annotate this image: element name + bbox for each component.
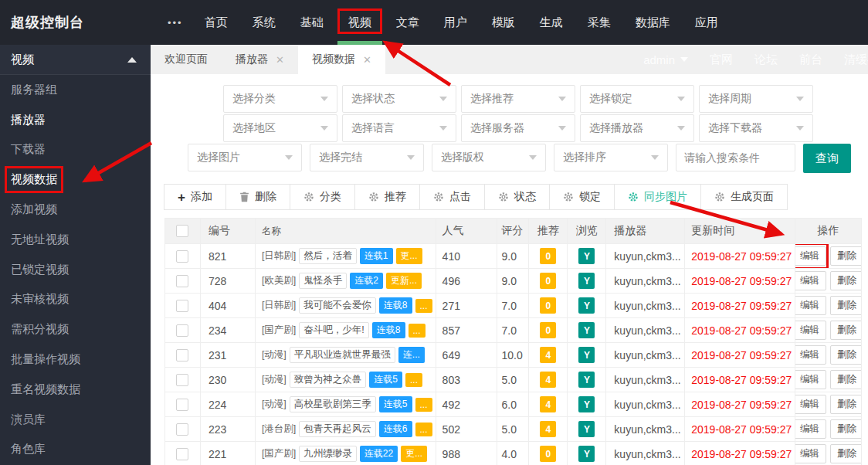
search-input[interactable] [676, 144, 795, 171]
sidebar-item-服务器组[interactable]: 服务器组 [0, 75, 151, 105]
toolbar-button-同步图片[interactable]: 同步图片 [614, 184, 701, 210]
tab-欢迎页面[interactable]: 欢迎页面 [151, 45, 222, 74]
sidebar-item-演员库[interactable]: 演员库 [0, 405, 151, 435]
nav-item-首页[interactable]: 首页 [192, 0, 240, 45]
score-value: 10.0 [497, 343, 530, 367]
edit-button[interactable]: 编辑 [795, 246, 826, 266]
edit-button[interactable]: 编辑 [795, 444, 826, 463]
filter-select-选择分类[interactable]: 选择分类 [223, 85, 337, 113]
filter-select-选择状态[interactable]: 选择状态 [342, 85, 456, 113]
edit-button[interactable]: 编辑 [795, 395, 826, 414]
score-value: 9.0 [497, 269, 530, 293]
sidebar-item-视频数据[interactable]: 视频数据 [0, 165, 151, 195]
table-row: 231[动漫]平凡职业造就世界最强连...64910.04Ykuyun,ckm3… [165, 343, 862, 368]
edit-button[interactable]: 编辑 [795, 419, 826, 439]
row-checkbox[interactable] [176, 250, 188, 263]
toolbar-button-锁定[interactable]: 锁定 [549, 184, 615, 210]
delete-button[interactable]: 删除 [830, 370, 862, 389]
row-checkbox[interactable] [176, 423, 188, 436]
edit-button[interactable]: 编辑 [795, 345, 826, 365]
delete-button[interactable]: 删除 [830, 345, 862, 365]
sidebar-group-video[interactable]: 视频 [0, 45, 151, 75]
row-checkbox[interactable] [176, 448, 188, 460]
user-link-前台[interactable]: 前台 [799, 53, 822, 67]
delete-button[interactable]: 删除 [830, 321, 862, 340]
serial-badge: 连载22 [360, 446, 398, 462]
nav-item-视频[interactable]: 视频 [336, 0, 384, 45]
video-category: [动漫] [262, 348, 287, 361]
filter-select-选择地区[interactable]: 选择地区 [223, 114, 337, 142]
nav-item-生成[interactable]: 生成 [527, 0, 575, 45]
delete-button[interactable]: 删除 [830, 271, 862, 290]
delete-button[interactable]: 删除 [830, 395, 862, 414]
close-icon[interactable]: ✕ [276, 54, 284, 66]
filter-select-选择锁定[interactable]: 选择锁定 [580, 85, 694, 113]
nav-item-基础[interactable]: 基础 [288, 0, 336, 45]
toolbar-button-删除[interactable]: 删除 [225, 184, 290, 210]
filter-select-选择播放器[interactable]: 选择播放器 [580, 114, 694, 142]
user-link-论坛[interactable]: 论坛 [754, 53, 778, 67]
sidebar-item-无地址视频[interactable]: 无地址视频 [0, 225, 151, 255]
sidebar-item-需积分视频[interactable]: 需积分视频 [0, 314, 151, 345]
tab-视频数据[interactable]: 视频数据✕ [298, 45, 385, 74]
row-checkbox[interactable] [176, 300, 188, 312]
toolbar-button-状态[interactable]: 状态 [484, 184, 550, 210]
edit-button[interactable]: 编辑 [795, 321, 826, 340]
filter-select-选择服务器[interactable]: 选择服务器 [461, 114, 575, 142]
filter-select-选择语言[interactable]: 选择语言 [342, 114, 456, 142]
filter-select-选择推荐[interactable]: 选择推荐 [461, 85, 575, 113]
toolbar-button-分类[interactable]: 分类 [290, 184, 355, 210]
more-menu-icon[interactable]: ••• [168, 17, 183, 29]
nav-item-数据库[interactable]: 数据库 [623, 0, 683, 45]
sidebar-item-角色库[interactable]: 角色库 [0, 435, 151, 465]
close-icon[interactable]: ✕ [363, 54, 371, 66]
recommend-cell: 0 [529, 269, 568, 293]
sidebar-item-添加视频[interactable]: 添加视频 [0, 195, 151, 225]
filter-select-选择图片[interactable]: 选择图片 [188, 144, 302, 171]
sidebar-item-重名视频数据[interactable]: 重名视频数据 [0, 375, 151, 405]
edit-button[interactable]: 编辑 [795, 370, 826, 389]
video-id: 728 [201, 269, 256, 293]
nav-item-采集[interactable]: 采集 [575, 0, 623, 45]
nav-item-模版[interactable]: 模版 [480, 0, 527, 45]
row-checkbox[interactable] [176, 324, 188, 337]
user-link-官网[interactable]: 官网 [710, 53, 733, 67]
sidebar-item-已锁定视频[interactable]: 已锁定视频 [0, 255, 151, 285]
delete-button[interactable]: 删除 [830, 419, 862, 439]
filter-select-选择排序[interactable]: 选择排序 [554, 144, 668, 171]
delete-button[interactable]: 删除 [830, 296, 862, 315]
user-menu[interactable]: admin [643, 53, 688, 66]
row-checkbox[interactable] [176, 399, 188, 411]
nav-item-系统[interactable]: 系统 [240, 0, 288, 45]
sidebar-item-播放器[interactable]: 播放器 [0, 105, 151, 135]
query-button[interactable]: 查询 [803, 144, 851, 173]
nav-item-用户[interactable]: 用户 [432, 0, 480, 45]
nav-item-应用[interactable]: 应用 [683, 0, 731, 45]
sidebar-item-下载器[interactable]: 下载器 [0, 135, 151, 165]
chevron-down-icon [439, 126, 447, 131]
filter-select-选择完结[interactable]: 选择完结 [310, 144, 424, 171]
select-all-checkbox[interactable] [176, 225, 188, 237]
user-link-清缓存[interactable]: 清缓存 [844, 53, 868, 67]
filter-select-选择版权[interactable]: 选择版权 [432, 144, 546, 171]
delete-button[interactable]: 删除 [830, 444, 862, 463]
filter-select-value: 选择语言 [351, 121, 395, 135]
nav-item-文章[interactable]: 文章 [384, 0, 432, 45]
toolbar-button-生成页面[interactable]: 生成页面 [700, 184, 788, 210]
edit-button[interactable]: 编辑 [795, 296, 826, 315]
sidebar-item-未审核视频[interactable]: 未审核视频 [0, 285, 151, 315]
row-checkbox[interactable] [176, 349, 188, 361]
edit-button[interactable]: 编辑 [795, 271, 826, 290]
toolbar-button-点击[interactable]: 点击 [419, 184, 485, 210]
filter-select-选择下载器[interactable]: 选择下载器 [699, 114, 813, 142]
recommend-badge: 4 [540, 347, 556, 363]
row-checkbox[interactable] [176, 374, 188, 386]
sidebar-item-批量操作视频[interactable]: 批量操作视频 [0, 345, 151, 375]
toolbar-button-推荐[interactable]: 推荐 [354, 184, 420, 210]
row-checkbox[interactable] [176, 275, 188, 287]
filter-select-选择周期[interactable]: 选择周期 [699, 85, 813, 113]
update-time-value: 2019-08-27 09:59:27 [691, 250, 792, 263]
delete-button[interactable]: 删除 [830, 246, 862, 266]
toolbar-button-添加[interactable]: +添加 [164, 184, 226, 210]
tab-播放器[interactable]: 播放器✕ [222, 45, 298, 74]
